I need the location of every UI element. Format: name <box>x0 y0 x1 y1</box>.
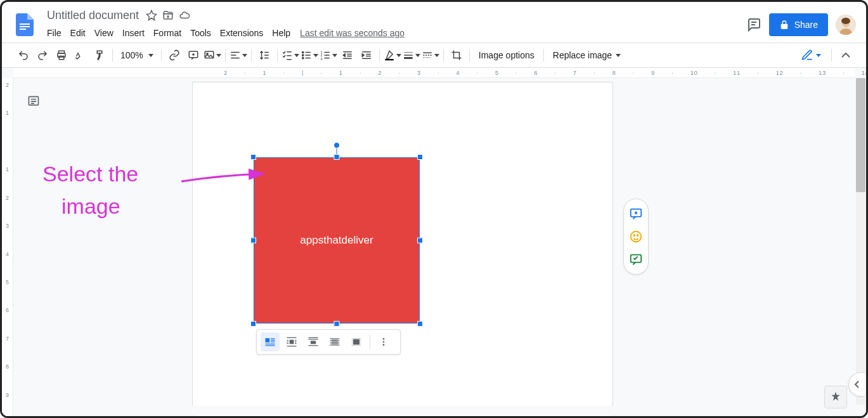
wrap-text-button[interactable] <box>282 332 301 351</box>
svg-rect-49 <box>266 338 270 343</box>
checklist-button[interactable] <box>282 46 299 64</box>
print-button[interactable] <box>53 46 70 64</box>
docs-logo[interactable] <box>12 12 37 37</box>
resize-handle-bl[interactable] <box>250 321 256 327</box>
document-outline-button[interactable] <box>26 93 41 108</box>
decrease-indent-button[interactable] <box>339 46 356 64</box>
svg-point-86 <box>637 235 638 236</box>
horizontal-scrollbar[interactable] <box>13 406 856 415</box>
share-label: Share <box>794 20 818 30</box>
inline-with-text-button[interactable] <box>261 332 280 351</box>
behind-text-button[interactable] <box>325 332 344 351</box>
border-color-button[interactable] <box>384 46 401 64</box>
collapse-toolbar-button[interactable] <box>838 48 853 63</box>
resize-handle-tr[interactable] <box>417 154 423 160</box>
show-side-panel-button[interactable] <box>848 372 865 396</box>
move-icon[interactable] <box>162 10 174 21</box>
zoom-select[interactable]: 100% <box>117 48 157 63</box>
svg-rect-66 <box>311 341 316 344</box>
document-title[interactable]: Untitled document <box>42 8 143 23</box>
menu-format[interactable]: Format <box>149 25 186 41</box>
image-content: appsthatdeliver <box>254 157 420 323</box>
menu-tools[interactable]: Tools <box>186 25 216 41</box>
svg-point-85 <box>633 235 635 236</box>
in-front-text-button[interactable] <box>347 332 366 351</box>
resize-handle-t[interactable] <box>334 154 340 160</box>
svg-rect-0 <box>20 23 30 25</box>
svg-rect-68 <box>332 339 338 344</box>
vertical-ruler[interactable]: 21123456789 <box>2 78 13 416</box>
explore-button[interactable] <box>824 386 847 408</box>
link-button[interactable] <box>165 46 183 64</box>
crop-button[interactable] <box>448 46 465 64</box>
add-comment-button[interactable] <box>185 46 202 64</box>
resize-handle-b[interactable] <box>334 321 340 327</box>
break-text-button[interactable] <box>304 332 323 351</box>
resize-handle-tl[interactable] <box>250 154 256 160</box>
line-spacing-button[interactable] <box>256 46 273 64</box>
svg-point-18 <box>302 51 303 53</box>
svg-rect-38 <box>385 59 394 60</box>
more-options-button[interactable] <box>374 332 393 351</box>
svg-point-78 <box>383 338 385 340</box>
svg-point-79 <box>383 341 385 343</box>
svg-rect-2 <box>20 29 26 30</box>
replace-image-button[interactable]: Replace image <box>548 48 626 63</box>
side-reactions-panel <box>623 199 649 275</box>
menu-view[interactable]: View <box>90 25 118 41</box>
last-edit-link[interactable]: Last edit was seconds ago <box>300 28 405 38</box>
user-avatar[interactable] <box>836 15 856 35</box>
editing-mode-button[interactable] <box>797 46 825 64</box>
star-icon[interactable] <box>146 10 157 21</box>
svg-point-20 <box>302 57 303 58</box>
menu-insert[interactable]: Insert <box>118 25 149 41</box>
scrollbar-thumb[interactable] <box>856 78 865 192</box>
paint-format-button[interactable] <box>91 46 108 64</box>
undo-button[interactable] <box>15 46 32 64</box>
spellcheck-button[interactable]: A <box>72 46 89 64</box>
border-dash-button[interactable] <box>422 46 439 64</box>
vertical-scrollbar[interactable] <box>856 78 865 405</box>
title-bar: Untitled document File Edit View Insert … <box>2 2 866 42</box>
image-options-button[interactable]: Image options <box>474 48 540 63</box>
svg-rect-56 <box>290 340 294 344</box>
bulleted-list-button[interactable] <box>301 46 318 64</box>
increase-indent-button[interactable] <box>358 46 375 64</box>
suggest-edits-button[interactable] <box>629 252 643 266</box>
border-weight-button[interactable] <box>403 46 420 64</box>
menu-bar: File Edit View Insert Format Tools Exten… <box>42 24 746 42</box>
resize-handle-br[interactable] <box>417 321 423 327</box>
menu-edit[interactable]: Edit <box>66 25 90 41</box>
cloud-status-icon[interactable] <box>179 10 190 21</box>
redo-button[interactable] <box>34 46 51 64</box>
rotate-handle[interactable] <box>334 142 340 148</box>
comment-history-icon[interactable] <box>746 17 761 32</box>
svg-point-84 <box>631 232 642 242</box>
numbered-list-button[interactable]: 123 <box>320 46 337 64</box>
image-layout-toolbar <box>256 329 401 355</box>
selected-image[interactable]: appsthatdeliver <box>254 157 420 323</box>
horizontal-ruler[interactable]: 2·1·|·1·2·3·4·5·6·7·8·9·10·11·12·13·14·1… <box>13 68 855 78</box>
resize-handle-r[interactable] <box>417 238 423 244</box>
menu-extensions[interactable]: Extensions <box>216 25 268 41</box>
share-button[interactable]: Share <box>769 13 828 36</box>
svg-rect-77 <box>353 339 360 344</box>
menu-file[interactable]: File <box>42 25 66 41</box>
add-emoji-reaction-button[interactable] <box>629 230 643 244</box>
menu-help[interactable]: Help <box>268 25 295 41</box>
add-comment-side-button[interactable] <box>629 207 643 221</box>
resize-handle-l[interactable] <box>250 238 256 244</box>
svg-text:3: 3 <box>320 57 322 61</box>
svg-point-80 <box>383 344 385 346</box>
toolbar: A 100% 123 Image options Replace image <box>2 42 866 68</box>
insert-image-button[interactable] <box>204 46 221 64</box>
svg-rect-1 <box>20 26 30 27</box>
align-button[interactable] <box>230 46 247 64</box>
svg-point-7 <box>841 18 850 24</box>
svg-point-19 <box>302 55 303 56</box>
document-page[interactable]: appsthatdeliver <box>192 82 613 416</box>
workspace: 2·1·|·1·2·3·4·5·6·7·8·9·10·11·12·13·14·1… <box>2 68 866 416</box>
